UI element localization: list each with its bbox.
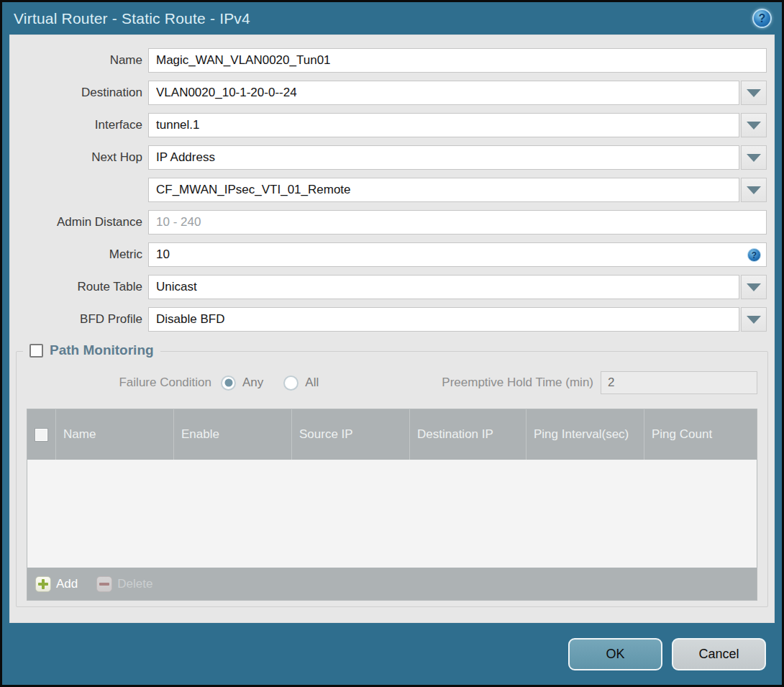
metric-info-glyph: ? <box>752 250 757 260</box>
bfd-profile-dropdown-button[interactable] <box>741 307 767 332</box>
next-hop-address-row <box>10 178 774 202</box>
ok-button-label: OK <box>606 647 624 662</box>
chevron-down-icon <box>747 186 761 194</box>
dialog-body: Name Destination Interface <box>9 35 775 623</box>
admin-distance-input[interactable] <box>148 210 767 235</box>
path-monitoring-group: Path Monitoring Failure Condition Any Al… <box>16 351 768 607</box>
column-header-enable[interactable]: Enable <box>173 409 291 460</box>
route-table-field-wrap <box>148 275 767 299</box>
next-hop-label: Next Hop <box>10 150 148 165</box>
metric-label: Metric <box>10 247 148 262</box>
name-field-wrap <box>148 48 767 73</box>
path-monitoring-table-toolbar: Add Delete <box>27 568 757 600</box>
destination-input[interactable] <box>148 81 739 105</box>
destination-row: Destination <box>10 81 774 105</box>
failure-condition-any-radio[interactable] <box>221 376 236 391</box>
next-hop-address-dropdown-button[interactable] <box>741 178 767 202</box>
help-icon[interactable]: ? <box>752 9 772 28</box>
admin-distance-field-wrap <box>148 210 767 235</box>
dialog-footer: OK Cancel <box>2 623 782 685</box>
chevron-down-icon <box>747 316 761 324</box>
metric-field-wrap: ? <box>148 242 767 267</box>
ok-button[interactable]: OK <box>568 638 662 670</box>
destination-label: Destination <box>10 86 148 100</box>
route-table-row: Route Table <box>10 275 774 299</box>
metric-row: Metric ? <box>10 242 774 267</box>
failure-condition-all-label: All <box>305 376 319 390</box>
column-header-name[interactable]: Name <box>55 409 173 460</box>
delete-button[interactable]: Delete <box>96 576 152 592</box>
interface-row: Interface <box>10 113 774 137</box>
column-header-ping-interval[interactable]: Ping Interval(sec) <box>526 409 644 460</box>
bfd-profile-label: BFD Profile <box>10 312 148 327</box>
bfd-profile-row: BFD Profile <box>10 307 774 332</box>
path-monitoring-table-body[interactable] <box>27 460 757 568</box>
name-label: Name <box>10 53 148 68</box>
static-route-dialog: Virtual Router - Static Route - IPv4 ? N… <box>0 0 784 687</box>
path-monitoring-table: Name Enable Source IP Destination IP Pin… <box>27 409 757 601</box>
admin-distance-label: Admin Distance <box>10 215 148 229</box>
failure-condition-any-label: Any <box>242 376 263 390</box>
dialog-titlebar: Virtual Router - Static Route - IPv4 ? <box>2 2 782 35</box>
help-icon-glyph: ? <box>759 12 766 25</box>
interface-input[interactable] <box>148 113 739 137</box>
minus-icon <box>96 576 112 592</box>
next-hop-type-dropdown-button[interactable] <box>741 145 767 170</box>
add-button[interactable]: Add <box>35 576 78 592</box>
next-hop-address-field-wrap <box>148 178 767 202</box>
path-monitoring-title: Path Monitoring <box>50 342 154 358</box>
preemptive-hold-time-label: Preemptive Hold Time (min) <box>442 376 601 390</box>
route-table-dropdown-button[interactable] <box>741 275 767 299</box>
column-header-destination-ip[interactable]: Destination IP <box>409 409 526 460</box>
bfd-profile-input[interactable] <box>148 307 739 332</box>
chevron-down-icon <box>747 122 761 129</box>
plus-icon <box>35 576 51 592</box>
admin-distance-row: Admin Distance <box>10 210 774 235</box>
dialog-title: Virtual Router - Static Route - IPv4 <box>14 10 250 27</box>
chevron-down-icon <box>747 89 761 97</box>
failure-condition-all-radio[interactable] <box>283 376 298 391</box>
route-table-label: Route Table <box>10 280 148 294</box>
delete-button-label: Delete <box>117 577 152 591</box>
name-input[interactable] <box>148 48 767 73</box>
failure-condition-row: Failure Condition Any All Preemptive Hol… <box>17 370 767 395</box>
chevron-down-icon <box>747 154 761 162</box>
next-hop-field-wrap <box>148 145 767 170</box>
destination-dropdown-button[interactable] <box>741 81 767 105</box>
name-row: Name <box>10 48 774 73</box>
column-header-ping-count[interactable]: Ping Count <box>644 409 757 460</box>
route-table-input[interactable] <box>148 275 739 299</box>
destination-field-wrap <box>148 81 767 105</box>
interface-label: Interface <box>10 118 148 132</box>
cancel-button[interactable]: Cancel <box>672 638 766 670</box>
bfd-profile-field-wrap <box>148 307 767 332</box>
preemptive-hold-time-input[interactable] <box>601 371 757 394</box>
select-all-header-cell <box>27 409 55 460</box>
path-monitoring-checkbox[interactable] <box>29 344 43 358</box>
next-hop-row: Next Hop <box>10 145 774 170</box>
next-hop-type-input[interactable] <box>148 145 739 170</box>
add-button-label: Add <box>56 577 78 591</box>
cancel-button-label: Cancel <box>698 647 739 662</box>
metric-info-icon[interactable]: ? <box>747 248 761 262</box>
next-hop-address-input[interactable] <box>148 178 739 202</box>
metric-input[interactable] <box>148 242 767 267</box>
interface-field-wrap <box>148 113 767 137</box>
chevron-down-icon <box>747 283 761 291</box>
interface-dropdown-button[interactable] <box>741 113 767 137</box>
path-monitoring-legend: Path Monitoring <box>23 342 160 358</box>
column-header-source-ip[interactable]: Source IP <box>291 409 409 460</box>
failure-condition-label: Failure Condition <box>17 376 221 390</box>
path-monitoring-table-header: Name Enable Source IP Destination IP Pin… <box>27 409 757 460</box>
select-all-checkbox[interactable] <box>35 429 47 441</box>
